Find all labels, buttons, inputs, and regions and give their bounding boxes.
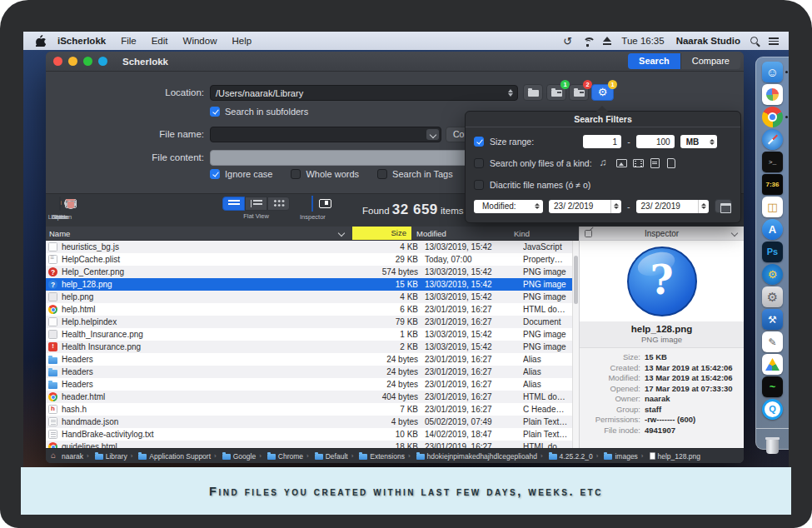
kind-icon[interactable] (616, 158, 627, 168)
table-scrollbar[interactable] (572, 241, 579, 448)
path-crumb[interactable]: Google (211, 452, 256, 461)
size-max-input[interactable]: 100 (636, 135, 675, 148)
kind-filter-checkbox[interactable] (474, 158, 484, 168)
table-row[interactable]: help.png 4 KB 13/03/2019, 15:42 PNG imag… (46, 291, 579, 303)
search-option[interactable]: Search in Tags (377, 169, 453, 179)
path-crumb[interactable]: 4.25.2.2_0 (537, 452, 593, 461)
date-to-input[interactable]: 23/ 2/2019 (636, 200, 698, 213)
dock-item[interactable]: ◫ (756, 197, 789, 217)
option-checkbox[interactable] (210, 169, 220, 179)
kind-icon[interactable] (650, 158, 660, 168)
subfolders-option[interactable]: Search in subfolders (210, 107, 308, 117)
menu-app-name[interactable]: iScherlokk (50, 36, 113, 46)
close-button[interactable] (53, 57, 62, 66)
table-row[interactable]: hash.h 7 KB 23/01/2019, 16:27 C Heade… (46, 403, 579, 416)
option-checkbox[interactable] (291, 169, 301, 179)
option-checkbox[interactable] (377, 169, 387, 179)
extra-window-button[interactable] (98, 57, 107, 66)
flat-view-segment[interactable] (222, 197, 245, 211)
search-filters-button[interactable]: ⚙1 (591, 84, 614, 101)
menu-help[interactable]: Help (224, 36, 259, 46)
dock-item[interactable]: ✎ (756, 331, 789, 352)
date-to-stepper[interactable] (698, 200, 709, 213)
grid-view-segment[interactable] (267, 197, 290, 211)
table-row[interactable]: guidelines.html 18 KB 23/01/2019, 16:27 … (46, 441, 579, 448)
search-tab[interactable]: Search (628, 53, 680, 69)
size-min-input[interactable]: 1 (583, 135, 621, 148)
path-crumb[interactable]: hdokiejnpimakedhajhdlcegeplioahd (405, 452, 537, 461)
toolbar-button[interactable]: Delete (46, 197, 74, 221)
status-icon[interactable] (749, 35, 761, 47)
dock-item[interactable] (756, 107, 789, 127)
table-row[interactable]: Health_Insurance.png 1 KB 13/03/2019, 15… (46, 328, 579, 341)
path-crumb[interactable]: images (593, 452, 638, 461)
zoom-button[interactable] (83, 57, 92, 66)
diacritic-checkbox[interactable] (474, 180, 484, 190)
column-name[interactable]: Name (49, 227, 70, 241)
dock-item[interactable]: Ps (756, 242, 789, 262)
dock-item[interactable]: A (756, 219, 789, 240)
size-range-checkbox[interactable] (474, 137, 484, 147)
file-name-input[interactable] (210, 127, 441, 142)
table-row[interactable]: help_128.png 15 KB 13/03/2019, 15:42 PNG… (46, 278, 579, 291)
menu-file[interactable]: File (113, 36, 144, 46)
collapse-chevron-icon[interactable] (731, 230, 738, 237)
chevron-down-icon[interactable] (426, 129, 439, 140)
table-row[interactable]: help.html 6 KB 23/01/2019, 16:27 HTML do… (46, 303, 579, 316)
table-row[interactable]: heuristics_bg.js 4 KB 13/03/2019, 15:42 … (46, 241, 579, 253)
menu-window[interactable]: Window (176, 36, 225, 46)
table-row[interactable]: header.html 404 bytes 23/01/2019, 16:27 … (46, 391, 579, 403)
path-crumb[interactable]: Library (83, 452, 127, 461)
location-input[interactable]: /Users/naarak/Library (210, 85, 518, 101)
table-row[interactable]: HandBrake-activitylog.txt 10 KB 14/02/20… (46, 428, 579, 441)
path-crumb[interactable]: Default (303, 452, 348, 461)
inspector-toggle[interactable]: Inspector (300, 197, 326, 221)
location-stepper[interactable] (506, 87, 515, 98)
compare-tab[interactable]: Compare (680, 53, 740, 69)
dock-item[interactable] (756, 428, 789, 456)
choose-folder-button[interactable] (523, 84, 543, 101)
title-bar[interactable]: Scherlokk Search Compare (46, 52, 744, 72)
calendar-button[interactable] (715, 199, 732, 213)
kind-icon[interactable] (600, 158, 610, 168)
dock-item[interactable]: ☺ (756, 62, 789, 82)
status-icon[interactable] (562, 35, 575, 47)
tree-view-segment[interactable] (245, 197, 267, 211)
subfolders-checkbox[interactable] (210, 107, 220, 117)
date-from-stepper[interactable] (610, 200, 621, 213)
column-size[interactable]: Size (352, 227, 411, 240)
dock-item[interactable]: ~ (756, 376, 789, 397)
dock-item[interactable]: Q (756, 399, 789, 420)
menu-clock[interactable]: Tue 16:35 (618, 36, 667, 46)
dock-item[interactable]: >_ (756, 152, 789, 172)
status-icon[interactable] (600, 35, 613, 47)
search-option[interactable]: Whole words (291, 169, 359, 179)
exclude-folder-button[interactable]: 2 (569, 84, 589, 101)
apple-menu[interactable] (32, 35, 50, 47)
file-content-input[interactable] (210, 150, 493, 166)
sort-chevron-icon[interactable] (338, 230, 345, 237)
dock-item[interactable]: ⚙ (756, 286, 789, 307)
dock-item[interactable] (756, 129, 789, 150)
status-icon[interactable] (768, 35, 780, 47)
table-row[interactable]: Headers 24 bytes 23/01/2019, 16:27 Alias (46, 378, 579, 391)
table-row[interactable]: Headers 24 bytes 23/01/2019, 16:27 Alias (46, 353, 579, 366)
scrollbar-thumb[interactable] (574, 256, 578, 304)
column-kind[interactable]: Kind (514, 227, 530, 241)
status-icon[interactable] (581, 35, 594, 47)
table-row[interactable]: HelpCache.plist 29 KB Today, 07:00 Prope… (46, 253, 579, 266)
search-option[interactable]: Ignore case (210, 169, 272, 179)
path-crumb[interactable]: Chrome (256, 452, 303, 461)
menu-account[interactable]: Naarak Studio (673, 36, 744, 46)
table-row[interactable]: Headers 24 bytes 23/01/2019, 16:27 Alias (46, 366, 579, 378)
dock-item[interactable]: ⚒ (756, 309, 789, 330)
table-row[interactable]: Health Insurance.png 2 KB 13/03/2019, 15… (46, 341, 579, 353)
table-row[interactable]: Help.helpindex 79 KB 23/01/2019, 16:27 D… (46, 316, 579, 328)
dock-item[interactable]: ⚙ (756, 264, 789, 285)
table-row[interactable]: Help_Center.png 574 bytes 13/03/2019, 15… (46, 266, 579, 278)
path-crumb[interactable]: help_128.png (638, 452, 700, 461)
dock-item[interactable] (756, 354, 789, 375)
kind-icon[interactable] (666, 158, 677, 168)
path-crumb[interactable]: Extensions (348, 452, 405, 461)
path-crumb[interactable]: Application Support (127, 452, 211, 461)
